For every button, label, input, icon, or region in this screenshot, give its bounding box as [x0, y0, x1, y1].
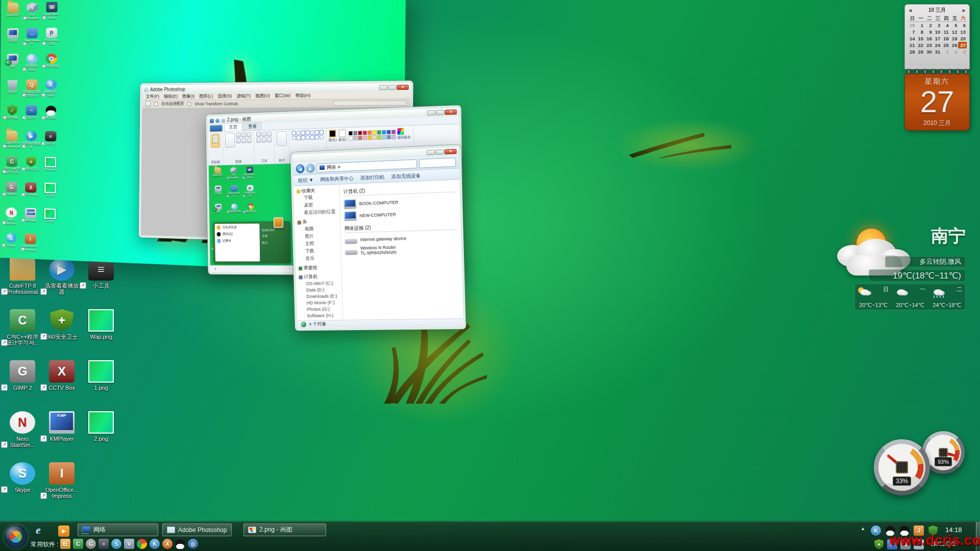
calendar-cell[interactable]: 5 [950, 22, 959, 29]
taskbar-button[interactable]: 网络 [78, 523, 158, 536]
back-button[interactable]: ◀ [296, 164, 305, 173]
start-menu-item[interactable]: 记事本 [217, 239, 258, 243]
calendar-cell[interactable]: 13 [958, 29, 967, 35]
window-explorer[interactable]: ✕ ◀ ▶ 网络 ▶ 组织 ▼ 网络和共享中心 添加打印机 添加无线设备 收藏夹… [290, 144, 466, 331]
app-tray-icon[interactable]: ≡ [99, 539, 109, 549]
calendar-cell[interactable]: 23 [924, 42, 933, 48]
start-menu-right-label[interactable]: 图片 [262, 241, 288, 245]
app-tray-icon[interactable]: S [111, 539, 121, 549]
desktop-icon[interactable]: ↗OpenOffice... Impress [21, 233, 39, 252]
minimize-button[interactable] [379, 85, 387, 90]
desktop-icon[interactable]: ↗CuteFTP 8 Professional [1, 258, 44, 295]
desktop-icon[interactable]: ↗CuteFTP 8 Professional [3, 131, 21, 148]
calendar-cell[interactable]: 9 [924, 29, 933, 35]
desktop-icon[interactable]: ↗OpenOffice... Writer [242, 166, 257, 179]
desktop-icon[interactable]: ↗OpenOffice... Writer [42, 2, 61, 19]
palette-swatch[interactable] [372, 130, 377, 135]
desktop-icon[interactable]: ↗Skype [1, 462, 44, 493]
desktop-icon[interactable]: ↗GIMP 2 [1, 360, 44, 391]
weather-gadget[interactable]: 南宁 多云转阴,微风 19℃(18℃~11℃) 日20℃~13℃一20℃~14℃… [836, 223, 970, 311]
taskbar-button[interactable]: 2.png - 画图 [243, 523, 326, 536]
palette-swatch[interactable] [368, 130, 372, 135]
tray-overflow-button[interactable]: ▲ [861, 526, 865, 531]
calendar-cell[interactable]: 7 [908, 29, 916, 35]
palette-swatch[interactable] [386, 135, 391, 139]
calendar-cell[interactable]: 3 [933, 22, 942, 29]
network-item[interactable]: BOOK-COMPUTER [344, 197, 412, 209]
calendar-cell[interactable]: 19 [950, 35, 959, 42]
close-button[interactable]: ✕ [445, 109, 456, 115]
desktop-icon[interactable]: ↗谷歌浏览器 [243, 203, 257, 213]
calendar-cell[interactable]: 21 [908, 42, 916, 48]
edit-colors-button[interactable] [397, 128, 404, 135]
palette-swatch[interactable] [368, 135, 372, 140]
group-header[interactable]: 计算机 (2) [344, 184, 456, 196]
calendar-cell[interactable]: 6 [958, 22, 967, 29]
desktop-icon[interactable]: ↗Sun VirtualBox [23, 2, 41, 20]
app-tray-icon[interactable]: K [150, 539, 160, 549]
redo-icon[interactable] [221, 118, 225, 122]
calendar-cell[interactable]: 31 [933, 48, 942, 55]
calendar-cell[interactable]: 29 [916, 48, 925, 55]
desktop-icon[interactable]: ↗小工具 [80, 258, 122, 289]
start-menu-item[interactable]: 谷歌浏览器 [216, 225, 257, 230]
checkbox[interactable] [154, 102, 158, 106]
maximize-button[interactable] [388, 85, 397, 90]
desktop-icon[interactable]: ↗小工具 [41, 131, 60, 145]
palette-swatch[interactable] [362, 130, 367, 135]
app-tray-icon[interactable]: K [871, 525, 881, 536]
calendar-cell[interactable]: 17 [933, 35, 942, 42]
media-player-icon[interactable]: ▶ [58, 525, 69, 537]
calendar-cell[interactable]: 1 [916, 22, 925, 29]
calendar-cell[interactable]: 16 [924, 35, 933, 42]
menu-item[interactable]: 文件(F) [145, 93, 159, 99]
palette-swatch[interactable] [349, 136, 353, 140]
app-tray-icon[interactable]: 旺 [60, 539, 70, 549]
desktop-icon[interactable]: ↗TeamViewer 5 [227, 185, 241, 197]
chrome-tray-icon[interactable] [137, 539, 147, 549]
tab-home[interactable]: 主页 [224, 123, 242, 131]
desktop-icon[interactable]: 回收站 [3, 80, 21, 94]
desktop-icon[interactable]: liyafe1997 [210, 167, 225, 177]
app-tray-icon[interactable]: G [86, 539, 96, 549]
desktop-icon[interactable]: 1.png [41, 183, 59, 197]
image-buttons[interactable] [236, 132, 252, 143]
color2-swatch[interactable] [338, 129, 346, 137]
sidebar-item[interactable]: 音乐 [298, 254, 341, 263]
desktop-icon[interactable]: ↗C与C++程序 设计学习与... [1, 309, 44, 346]
calendar-cell[interactable]: 2 [950, 48, 959, 55]
palette-swatch[interactable] [353, 131, 357, 135]
calendar-cell[interactable]: 27 [958, 42, 967, 48]
calendar-gadget[interactable]: ◀ 10 三月 ▶ 日一二三四五六28123456789101112131415… [904, 4, 970, 132]
desktop-icon[interactable]: ↗C与C++程序 设计学习与... [3, 156, 21, 174]
address-bar[interactable]: 网络 ▶ [316, 159, 417, 172]
calendar-cell[interactable]: 12 [950, 29, 959, 35]
start-menu-right-label[interactable]: 文档 [262, 234, 288, 239]
palette-swatch[interactable] [348, 131, 352, 135]
calendar-cell[interactable]: 30 [924, 48, 933, 55]
menu-item[interactable]: 编辑(E) [164, 93, 178, 99]
desktop-icon[interactable]: ↗Photoshop CS2 [242, 185, 257, 197]
desktop-icon[interactable]: ↗Nero StartSm... [1, 411, 44, 448]
maximize-button[interactable] [435, 149, 444, 155]
cpu-meter-gadget[interactable]: 33% [874, 439, 930, 495]
palette-swatch[interactable] [386, 130, 391, 134]
app-tray-icon[interactable]: C [73, 539, 83, 549]
palette-swatch[interactable] [353, 136, 357, 140]
color-palette[interactable] [348, 130, 396, 140]
desktop-icon[interactable]: 网络 [211, 204, 225, 213]
desktop-icon[interactable]: ↗OpenOffice... Impress [40, 462, 83, 499]
shield-tray-icon[interactable]: + [874, 539, 884, 549]
palette-swatch[interactable] [358, 135, 362, 140]
calendar-cell[interactable]: 11 [941, 29, 950, 35]
shape-buttons[interactable] [291, 130, 324, 140]
menu-item[interactable]: 窗口(W) [275, 92, 291, 99]
desktop-icon[interactable]: 2.png [80, 411, 122, 442]
desktop-icon[interactable]: ↗迅雷5 [22, 105, 41, 119]
calendar-cell[interactable]: 10 [933, 29, 942, 35]
desktop-icon[interactable]: liyafe1997 [4, 3, 22, 17]
calendar-cell[interactable]: 2 [924, 22, 933, 29]
maximize-button[interactable] [436, 110, 445, 115]
paste-button[interactable] [210, 133, 220, 148]
sidebar-section-header[interactable]: 家庭组 [299, 264, 341, 272]
